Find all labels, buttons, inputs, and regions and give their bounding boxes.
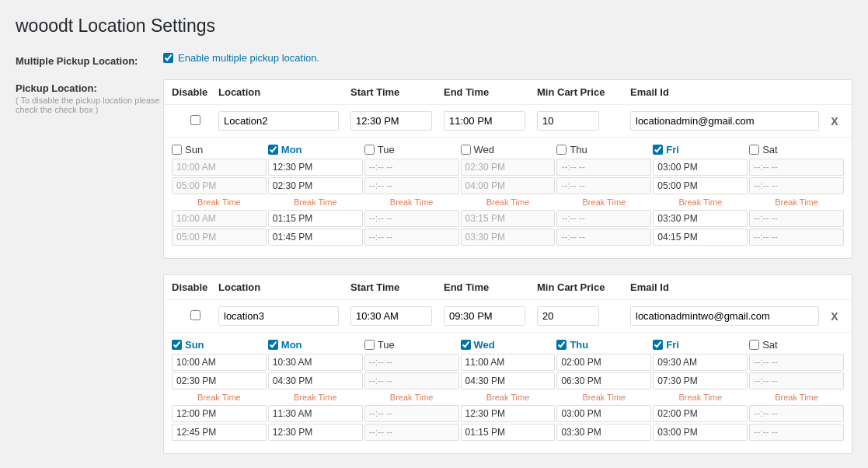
day-checkbox-1-fri[interactable] bbox=[653, 145, 663, 155]
day-checkbox-1-mon[interactable] bbox=[268, 145, 278, 155]
day-time1-1-thu[interactable] bbox=[556, 159, 651, 176]
day-time2-2-mon[interactable] bbox=[268, 372, 363, 389]
day-time2-1-fri[interactable] bbox=[653, 177, 748, 194]
day-time3-1-thu[interactable] bbox=[556, 210, 651, 227]
break-label-2-sun: Break Time bbox=[172, 391, 267, 403]
day-time3-2-fri[interactable] bbox=[653, 405, 748, 422]
day-time3-1-sun[interactable] bbox=[172, 210, 267, 227]
day-col-2-tue: Tue Break Time bbox=[364, 339, 459, 441]
day-time1-2-wed[interactable] bbox=[461, 354, 556, 371]
location-email-input-1[interactable] bbox=[630, 111, 819, 131]
day-time3-1-wed[interactable] bbox=[461, 210, 556, 227]
location-name-input-1[interactable] bbox=[218, 111, 339, 131]
location-end-input-1[interactable] bbox=[444, 111, 525, 131]
day-time3-1-fri[interactable] bbox=[653, 210, 748, 227]
day-time3-2-wed[interactable] bbox=[461, 405, 556, 422]
day-time4-2-fri[interactable] bbox=[653, 424, 748, 441]
day-time1-1-wed[interactable] bbox=[461, 159, 556, 176]
location-delete-btn-2[interactable]: X bbox=[831, 310, 838, 323]
location-mincart-input-1[interactable] bbox=[537, 111, 599, 131]
day-time1-2-thu[interactable] bbox=[556, 354, 651, 371]
day-time3-2-thu[interactable] bbox=[556, 405, 651, 422]
day-time1-2-mon[interactable] bbox=[268, 354, 363, 371]
day-checkbox-1-sun[interactable] bbox=[172, 145, 182, 155]
day-time4-2-tue[interactable] bbox=[364, 424, 459, 441]
col-header-start: Start Time bbox=[350, 281, 444, 293]
break-label-1-tue: Break Time bbox=[364, 196, 459, 208]
day-time2-2-tue[interactable] bbox=[364, 372, 459, 389]
day-time2-2-wed[interactable] bbox=[461, 372, 556, 389]
day-time2-1-thu[interactable] bbox=[556, 177, 651, 194]
location-mincart-input-2[interactable] bbox=[537, 306, 599, 326]
day-time1-2-fri[interactable] bbox=[653, 354, 748, 371]
location-block-1: Disable Location Start Time End Time Min… bbox=[163, 79, 852, 259]
day-col-2-sun: Sun Break Time bbox=[172, 339, 267, 441]
day-time1-1-sun[interactable] bbox=[172, 159, 267, 176]
day-time2-1-tue[interactable] bbox=[364, 177, 459, 194]
day-time2-2-sun[interactable] bbox=[172, 372, 267, 389]
day-time2-2-thu[interactable] bbox=[556, 372, 651, 389]
day-time4-1-sat[interactable] bbox=[749, 229, 844, 246]
day-time4-2-thu[interactable] bbox=[556, 424, 651, 441]
day-time2-1-sun[interactable] bbox=[172, 177, 267, 194]
day-time4-1-fri[interactable] bbox=[653, 229, 748, 246]
day-checkbox-1-thu[interactable] bbox=[556, 145, 566, 155]
day-time4-2-wed[interactable] bbox=[461, 424, 556, 441]
break-label-2-fri: Break Time bbox=[653, 391, 748, 403]
day-label-2-wed: Wed bbox=[474, 339, 495, 351]
location-name-input-2[interactable] bbox=[218, 306, 339, 326]
day-time4-1-mon[interactable] bbox=[268, 229, 363, 246]
break-label-2-mon: Break Time bbox=[268, 391, 363, 403]
location-disable-checkbox-2[interactable] bbox=[190, 310, 200, 320]
day-time3-1-mon[interactable] bbox=[268, 210, 363, 227]
day-time1-2-tue[interactable] bbox=[364, 354, 459, 371]
day-checkbox-1-sat[interactable] bbox=[749, 145, 759, 155]
location-email-input-2[interactable] bbox=[630, 306, 819, 326]
day-time3-2-sun[interactable] bbox=[172, 405, 267, 422]
day-checkbox-2-sun[interactable] bbox=[172, 340, 182, 350]
enable-multiple-pickup-label[interactable]: Enable multiple pickup location. bbox=[163, 52, 852, 64]
day-time4-1-wed[interactable] bbox=[461, 229, 556, 246]
location-start-input-2[interactable] bbox=[350, 306, 432, 326]
day-checkbox-2-wed[interactable] bbox=[461, 340, 471, 350]
day-time3-2-tue[interactable] bbox=[364, 405, 459, 422]
day-checkbox-1-tue[interactable] bbox=[364, 145, 375, 155]
day-time4-2-mon[interactable] bbox=[268, 424, 363, 441]
day-checkbox-2-sat[interactable] bbox=[749, 340, 759, 350]
day-time1-1-tue[interactable] bbox=[364, 159, 459, 176]
day-time3-1-tue[interactable] bbox=[364, 210, 459, 227]
day-time2-2-sat[interactable] bbox=[749, 372, 844, 389]
day-checkbox-2-thu[interactable] bbox=[556, 340, 566, 350]
location-delete-btn-1[interactable]: X bbox=[831, 115, 838, 127]
schedule-section-1: Sun Break Time Mon Break Time Tue bbox=[164, 138, 852, 258]
enable-multiple-pickup-checkbox[interactable] bbox=[163, 53, 173, 63]
day-time2-1-wed[interactable] bbox=[461, 177, 556, 194]
location-end-input-2[interactable] bbox=[444, 306, 525, 326]
day-time2-1-mon[interactable] bbox=[268, 177, 363, 194]
day-time4-2-sun[interactable] bbox=[172, 424, 267, 441]
location-start-input-1[interactable] bbox=[350, 111, 432, 131]
day-checkbox-1-wed[interactable] bbox=[461, 145, 471, 155]
day-col-1-mon: Mon Break Time bbox=[268, 144, 363, 246]
day-checkbox-2-fri[interactable] bbox=[653, 340, 663, 350]
day-checkbox-2-mon[interactable] bbox=[268, 340, 278, 350]
day-time4-1-sun[interactable] bbox=[172, 229, 267, 246]
day-col-2-fri: Fri Break Time bbox=[653, 339, 748, 441]
day-time1-2-sun[interactable] bbox=[172, 354, 267, 371]
location-disable-checkbox-1[interactable] bbox=[190, 115, 200, 125]
day-time1-1-fri[interactable] bbox=[653, 159, 748, 176]
day-time3-2-mon[interactable] bbox=[268, 405, 363, 422]
day-checkbox-2-tue[interactable] bbox=[364, 340, 375, 350]
day-time2-1-sat[interactable] bbox=[749, 177, 844, 194]
day-time4-2-sat[interactable] bbox=[749, 424, 844, 441]
day-time2-2-fri[interactable] bbox=[653, 372, 748, 389]
day-time1-1-sat[interactable] bbox=[749, 159, 844, 176]
day-time1-2-sat[interactable] bbox=[749, 354, 844, 371]
day-label-2-sun: Sun bbox=[185, 339, 204, 351]
day-time3-2-sat[interactable] bbox=[749, 405, 844, 422]
day-time4-1-thu[interactable] bbox=[556, 229, 651, 246]
day-time3-1-sat[interactable] bbox=[749, 210, 844, 227]
day-label-1-sat: Sat bbox=[762, 144, 778, 155]
day-time4-1-tue[interactable] bbox=[364, 229, 459, 246]
day-time1-1-mon[interactable] bbox=[268, 159, 363, 176]
